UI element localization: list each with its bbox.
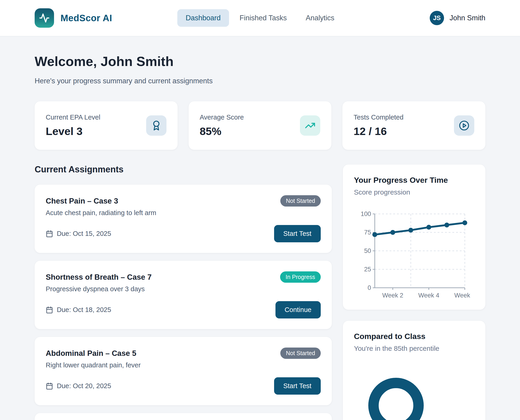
main-nav: Dashboard Finished Tasks Analytics: [177, 9, 343, 27]
svg-text:25: 25: [364, 266, 371, 273]
svg-text:0: 0: [367, 284, 371, 291]
assignments-heading: Current Assignments: [35, 165, 332, 174]
progress-chart: 0255075100Week 2Week 4Week 6: [359, 208, 472, 299]
nav-tab-analytics[interactable]: Analytics: [298, 9, 343, 27]
user-name: John Smith: [450, 14, 485, 22]
assignment-title: Chest Pain – Case 3: [46, 195, 118, 205]
chart-title: Your Progress Over Time: [354, 176, 474, 185]
progress-over-time-card: Your Progress Over Time Score progressio…: [343, 165, 485, 310]
nav-tab-finished-tasks[interactable]: Finished Tasks: [231, 9, 295, 27]
activity-pulse-icon: [39, 13, 50, 23]
svg-text:Week 2: Week 2: [382, 292, 403, 299]
assignment-title: Shortness of Breath – Case 7: [46, 271, 152, 282]
due-date: Due: Oct 15, 2025: [57, 230, 111, 238]
app-logo: [35, 8, 54, 28]
svg-text:75: 75: [364, 229, 371, 236]
compared-to-class-card: Compared to Class You're in the 85th per…: [343, 321, 485, 420]
page-subtitle: Here's your progress summary and current…: [35, 77, 485, 85]
user-menu[interactable]: JS John Smith: [430, 11, 485, 25]
stat-label: Average Score: [200, 113, 244, 121]
stat-card-average-score: Average Score 85%: [189, 101, 332, 150]
assignment-description: Progressive dyspnea over 3 days: [46, 285, 321, 293]
svg-text:Week 6: Week 6: [454, 292, 472, 299]
award-icon: [146, 115, 167, 136]
due-date: Due: Oct 18, 2025: [57, 306, 111, 314]
avatar[interactable]: JS: [430, 11, 444, 25]
trending-up-icon: [300, 115, 320, 136]
app-header: MedScor AI Dashboard Finished Tasks Anal…: [0, 0, 520, 37]
stat-card-tests-completed: Tests Completed 12 / 16: [343, 101, 485, 150]
brand: MedScor AI: [35, 8, 112, 28]
svg-text:50: 50: [364, 248, 371, 254]
continue-button[interactable]: Continue: [275, 301, 321, 318]
status-badge: Not Started: [280, 347, 321, 359]
compare-subtitle: You're in the 85th percentile: [354, 345, 474, 352]
assignment-card: Shortness of Breath – Case 7 In Progress…: [35, 261, 332, 329]
stat-value: Level 3: [46, 125, 100, 137]
percentile-ring-gauge: [368, 378, 424, 420]
assignment-card-partial: [35, 413, 332, 420]
start-test-button[interactable]: Start Test: [274, 377, 321, 395]
stats-row: Current EPA Level Level 3 Average Score …: [35, 101, 485, 150]
play-circle-icon: [454, 115, 474, 136]
svg-text:100: 100: [361, 210, 371, 218]
stat-value: 85%: [200, 125, 244, 137]
svg-text:Week 4: Week 4: [418, 292, 439, 299]
assignment-description: Right lower quadrant pain, fever: [46, 361, 321, 369]
due-date: Due: Oct 20, 2025: [57, 382, 111, 390]
brand-name: MedScor AI: [61, 13, 112, 23]
chart-subtitle: Score progression: [354, 188, 474, 196]
calendar-icon: [46, 230, 53, 238]
page-title: Welcome, John Smith: [35, 53, 485, 69]
calendar-icon: [46, 382, 53, 390]
assignment-card: Abdominal Pain – Case 5 Not Started Righ…: [35, 337, 332, 405]
assignment-description: Acute chest pain, radiating to left arm: [46, 209, 321, 217]
main-content: Welcome, John Smith Here's your progress…: [0, 53, 520, 420]
stat-card-epa-level: Current EPA Level Level 3: [35, 101, 177, 150]
compare-title: Compared to Class: [354, 332, 474, 341]
calendar-icon: [46, 306, 53, 314]
start-test-button[interactable]: Start Test: [274, 225, 321, 242]
assignments-section: Current Assignments Chest Pain – Case 3 …: [35, 165, 332, 420]
assignment-title: Abdominal Pain – Case 5: [46, 347, 136, 358]
stat-label: Current EPA Level: [46, 113, 100, 121]
status-badge: Not Started: [280, 195, 321, 207]
status-badge: In Progress: [280, 271, 321, 283]
assignment-card: Chest Pain – Case 3 Not Started Acute ch…: [35, 185, 332, 253]
nav-tab-dashboard[interactable]: Dashboard: [177, 9, 229, 27]
stat-value: 12 / 16: [353, 125, 403, 137]
stat-label: Tests Completed: [353, 113, 403, 121]
